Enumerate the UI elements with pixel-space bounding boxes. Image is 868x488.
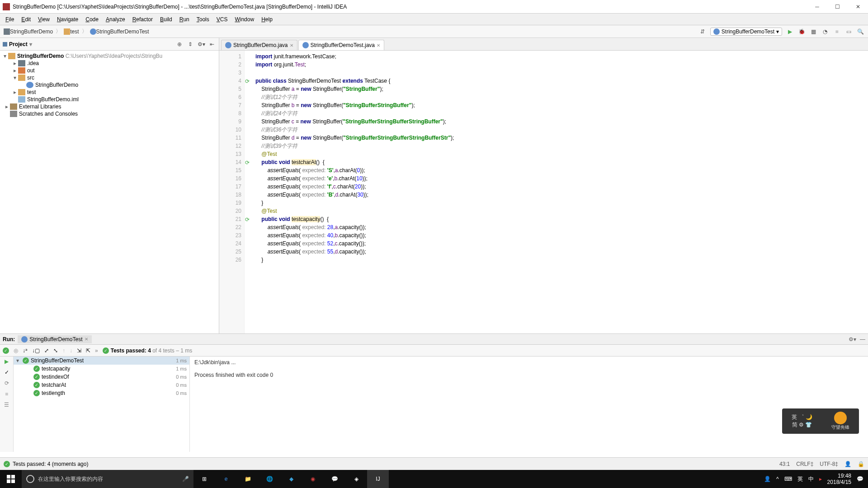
caret-position[interactable]: 43:1 (779, 461, 790, 467)
tray-people-icon[interactable]: 👤 (764, 476, 771, 482)
crumb-1[interactable]: test (62, 28, 80, 35)
wechat-icon[interactable]: 💬 (324, 470, 345, 488)
close-icon[interactable]: ✕ (377, 43, 380, 48)
menu-help[interactable]: Help (258, 16, 276, 23)
close-icon[interactable]: ✕ (85, 337, 88, 342)
menu-view[interactable]: View (34, 16, 53, 23)
crumb-0[interactable]: StringBufferDemo (2, 28, 55, 35)
console-output[interactable]: E:\Jdk\bin\java ... Process finished wit… (190, 357, 868, 452)
test-tree[interactable]: ▾✓StringBufferDemoTest1 ms✓testcapacity1… (14, 357, 190, 452)
inspections-icon[interactable]: 👤 (844, 461, 851, 467)
menu-window[interactable]: Window (231, 16, 258, 23)
taskbar-clock[interactable]: 19:48 2018/4/15 (827, 473, 851, 485)
tree-node[interactable]: StringBufferDemo (0, 81, 219, 89)
tree-node[interactable]: ▾src (0, 74, 219, 81)
menu-navigate[interactable]: Navigate (53, 16, 82, 23)
layout-button[interactable]: ▭ (844, 28, 853, 36)
notifications-icon[interactable]: 💬 (857, 476, 863, 482)
coverage-button[interactable]: ▦ (809, 28, 817, 36)
build-icon[interactable]: ⇵ (698, 28, 707, 36)
edge-icon[interactable]: e (215, 470, 237, 488)
more-icon[interactable]: » (95, 347, 98, 354)
tray-lang1[interactable]: 英 (797, 475, 803, 483)
ime-overlay[interactable]: 英 ゜ 🌙 简 ⚙ 👕 守望先锋 (782, 408, 859, 434)
tree-node[interactable]: ▸External Libraries (0, 103, 219, 110)
tree-node[interactable]: Scratches and Consoles (0, 110, 219, 117)
menu-analyze[interactable]: Analyze (102, 16, 129, 23)
tray-flag-icon[interactable]: ▸ (819, 476, 822, 482)
tray-chevron-icon[interactable]: ^ (776, 476, 779, 482)
toggle-auto-button[interactable]: ⟳ (5, 380, 9, 386)
debug-button[interactable]: 🐞 (797, 28, 806, 36)
profile-button[interactable]: ◔ (821, 28, 829, 36)
test-row[interactable]: ✓testindexOf0 ms (14, 373, 189, 381)
crumb-2[interactable]: StringBufferDemoTest (88, 28, 151, 35)
minimize-panel-icon[interactable]: — (860, 336, 865, 343)
test-row[interactable]: ✓testlength0 ms (14, 389, 189, 397)
editor-tab[interactable]: StringBufferDemo.java✕ (221, 40, 297, 50)
filter-icon[interactable]: ↓▢ (32, 347, 40, 354)
gear-icon[interactable]: ⚙▾ (197, 40, 205, 48)
tree-node[interactable]: StringBufferDemo.iml (0, 96, 219, 103)
menu-run[interactable]: Run (176, 16, 193, 23)
run-button[interactable]: ▶ (786, 28, 794, 36)
rerun-icon[interactable]: ✓ (3, 347, 9, 354)
close-button[interactable]: ✕ (848, 0, 868, 14)
lock-icon[interactable]: 🔒 (858, 461, 864, 467)
tree-node[interactable]: ▸test (0, 89, 219, 96)
expand-icon[interactable]: ⤢ (44, 347, 49, 354)
toggle-icon[interactable]: ◎ (14, 347, 18, 354)
collapse-icon[interactable]: ⇕ (186, 40, 194, 48)
menu-refactor[interactable]: Refactor (129, 16, 156, 23)
menu-build[interactable]: Build (156, 16, 176, 23)
search-everywhere-icon[interactable]: 🔍 (856, 28, 864, 36)
task-view-icon[interactable]: ⊞ (193, 470, 215, 488)
line-separator[interactable]: CRLF‡ (796, 461, 813, 467)
test-row[interactable]: ✓testcharAt0 ms (14, 381, 189, 389)
run-config-selector[interactable]: StringBufferDemoTest ▾ (710, 28, 782, 36)
menu-tools[interactable]: Tools (193, 16, 213, 23)
maximize-button[interactable]: ☐ (827, 0, 848, 14)
intellij-icon[interactable]: IJ (367, 470, 389, 488)
app1-icon[interactable]: ◆ (280, 470, 302, 488)
sort-icon[interactable]: ↓ᵃ (23, 347, 28, 354)
test-row[interactable]: ✓testcapacity1 ms (14, 365, 189, 373)
hide-icon[interactable]: ⇤ (208, 40, 216, 48)
gear-icon[interactable]: ⚙▾ (849, 336, 856, 343)
start-button[interactable] (0, 470, 22, 488)
menu-file[interactable]: File (2, 16, 18, 23)
explorer-icon[interactable]: 📁 (237, 470, 259, 488)
close-icon[interactable]: ✕ (290, 43, 293, 48)
down-icon[interactable]: ↓ (70, 347, 72, 354)
menu-edit[interactable]: Edit (18, 16, 34, 23)
dump-button[interactable]: ☰ (4, 402, 9, 408)
editor-tab[interactable]: StringBufferDemoTest.java✕ (298, 40, 385, 50)
stop-button[interactable]: ■ (5, 391, 8, 397)
tree-node[interactable]: ▸.idea (0, 60, 219, 67)
test-row[interactable]: ▾✓StringBufferDemoTest1 ms (14, 357, 189, 365)
encoding[interactable]: UTF-8‡ (820, 461, 838, 467)
locate-icon[interactable]: ⊕ (175, 40, 184, 48)
tray-lang2[interactable]: 中 (808, 475, 814, 483)
mic-icon[interactable]: 🎤 (182, 476, 189, 482)
import-icon[interactable]: ⇱ (86, 347, 90, 354)
app3-icon[interactable]: ◈ (345, 470, 367, 488)
run-panel-tab[interactable]: StringBufferDemoTest ✕ (18, 335, 91, 343)
app2-icon[interactable]: ◉ (302, 470, 324, 488)
rerun-failed-button[interactable]: ✓ (5, 369, 9, 375)
project-root[interactable]: ▾ StringBufferDemo C:\Users\YaphetS\Idea… (0, 52, 219, 60)
minimize-button[interactable]: ─ (807, 0, 827, 14)
project-panel-title[interactable]: Project ▾ (3, 41, 175, 47)
stop-button[interactable]: ■ (833, 28, 841, 36)
up-icon[interactable]: ↑ (62, 347, 65, 354)
rerun-button[interactable]: ▶ (5, 358, 9, 365)
taskbar-search[interactable]: 在这里输入你要搜索的内容 🎤 (22, 470, 193, 488)
collapse-icon[interactable]: ⤡ (53, 347, 58, 354)
export-icon[interactable]: ⇲ (77, 347, 81, 354)
tree-node[interactable]: ▸out (0, 67, 219, 74)
menu-code[interactable]: Code (82, 16, 102, 23)
run-sidebar: ▶ ✓ ⟳ ■ ☰ (0, 357, 14, 452)
menu-vcs[interactable]: VCS (213, 16, 231, 23)
chrome-icon[interactable]: 🌐 (259, 470, 280, 488)
tray-keyboard-icon[interactable]: ⌨ (784, 476, 792, 482)
